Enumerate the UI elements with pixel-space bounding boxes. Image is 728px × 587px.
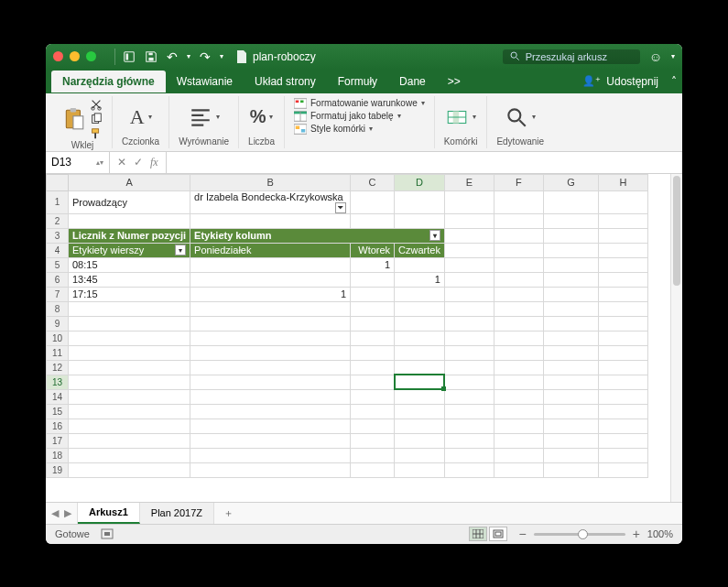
cell[interactable] (543, 190, 598, 213)
cell[interactable] (351, 448, 395, 462)
cell[interactable] (190, 448, 351, 462)
cell[interactable] (351, 272, 395, 287)
enter-formula-icon[interactable]: ✓ (134, 156, 143, 168)
cell[interactable] (395, 316, 445, 331)
cell[interactable] (69, 433, 190, 448)
cell[interactable] (444, 287, 494, 301)
cell[interactable]: Wtorek (351, 243, 395, 257)
cell[interactable] (444, 272, 494, 287)
percent-icon[interactable]: % (250, 106, 266, 127)
format-painter-icon[interactable] (90, 127, 103, 140)
cell[interactable] (351, 462, 395, 477)
cell[interactable] (543, 462, 598, 477)
cell[interactable] (395, 448, 445, 462)
row-header[interactable]: 8 (47, 301, 69, 316)
cell[interactable] (598, 360, 647, 375)
zoom-slider-knob[interactable] (578, 529, 588, 539)
cell[interactable] (190, 360, 351, 375)
cell[interactable] (395, 331, 445, 345)
cell[interactable] (494, 331, 543, 345)
col-header[interactable]: E (444, 174, 494, 190)
formula-input[interactable] (167, 152, 682, 173)
col-header[interactable]: A (69, 174, 190, 190)
cell[interactable] (494, 375, 543, 389)
cell[interactable] (494, 462, 543, 477)
cell[interactable] (351, 404, 395, 419)
cell[interactable] (190, 213, 351, 228)
cell[interactable] (351, 301, 395, 316)
cell[interactable] (69, 213, 190, 228)
undo-icon[interactable]: ↶ (167, 49, 178, 64)
cell[interactable] (494, 228, 543, 243)
cell[interactable] (395, 301, 445, 316)
zoom-out-button[interactable]: − (518, 527, 526, 541)
cell[interactable]: 08:15 (69, 257, 190, 272)
cell[interactable] (494, 316, 543, 331)
cell[interactable] (395, 190, 445, 213)
cell[interactable] (598, 462, 647, 477)
cancel-formula-icon[interactable]: ✕ (117, 156, 126, 168)
row-header[interactable]: 7 (47, 287, 69, 301)
cell[interactable] (598, 331, 647, 345)
cells-icon[interactable] (445, 105, 469, 129)
cell[interactable] (543, 257, 598, 272)
cell[interactable] (543, 448, 598, 462)
cell[interactable]: Poniedziałek (190, 243, 351, 257)
cell[interactable] (598, 316, 647, 331)
copy-icon[interactable] (90, 113, 103, 125)
cell[interactable] (351, 419, 395, 433)
cell[interactable] (351, 433, 395, 448)
row-header[interactable]: 17 (47, 433, 69, 448)
cell[interactable] (543, 375, 598, 389)
macro-icon[interactable] (101, 528, 114, 539)
fx-icon[interactable]: fx (150, 156, 158, 169)
cell[interactable] (543, 404, 598, 419)
cell[interactable] (444, 243, 494, 257)
format-as-table-button[interactable]: Formatuj jako tabelę▾ (294, 111, 425, 122)
cell[interactable] (395, 360, 445, 375)
vertical-scrollbar[interactable] (670, 174, 682, 502)
cell[interactable] (190, 404, 351, 419)
cell[interactable] (351, 190, 395, 213)
cell[interactable] (598, 213, 647, 228)
cell[interactable] (351, 389, 395, 404)
cell[interactable] (543, 419, 598, 433)
cell[interactable] (69, 360, 190, 375)
cell[interactable]: dr Izabela Bondecka-Krzykowska⏷ (190, 190, 351, 213)
cell[interactable] (598, 272, 647, 287)
tab-formulas[interactable]: Formuły (327, 71, 388, 92)
cell[interactable] (598, 243, 647, 257)
cell[interactable] (395, 404, 445, 419)
home-icon[interactable] (123, 50, 136, 63)
cell[interactable] (190, 375, 351, 389)
cell[interactable] (444, 190, 494, 213)
cell[interactable] (543, 433, 598, 448)
col-header[interactable]: G (543, 174, 598, 190)
cell[interactable] (395, 433, 445, 448)
cell[interactable] (598, 433, 647, 448)
row-header[interactable]: 19 (47, 462, 69, 477)
row-header[interactable]: 4 (47, 243, 69, 257)
select-all-corner[interactable] (47, 174, 69, 190)
tab-insert[interactable]: Wstawianie (166, 71, 244, 92)
filter-icon[interactable]: ⏷ (335, 202, 346, 213)
cell[interactable] (598, 375, 647, 389)
align-icon[interactable] (189, 105, 212, 129)
cell[interactable]: 1 (190, 287, 351, 301)
zoom-window-button[interactable] (86, 51, 96, 61)
cell[interactable] (494, 257, 543, 272)
zoom-slider[interactable] (534, 533, 625, 536)
cell[interactable] (494, 448, 543, 462)
search-box[interactable]: Przeszukaj arkusz (503, 49, 640, 64)
cell[interactable] (494, 433, 543, 448)
row-header[interactable]: 13 (47, 375, 69, 389)
sheet-prev-icon[interactable]: ◀ (51, 507, 59, 519)
cell[interactable] (444, 345, 494, 360)
cell[interactable] (444, 257, 494, 272)
cell[interactable] (444, 316, 494, 331)
cell[interactable] (598, 190, 647, 213)
col-header[interactable]: D (395, 174, 445, 190)
cell[interactable] (598, 389, 647, 404)
sheet-next-icon[interactable]: ▶ (64, 507, 71, 519)
cell[interactable] (444, 301, 494, 316)
